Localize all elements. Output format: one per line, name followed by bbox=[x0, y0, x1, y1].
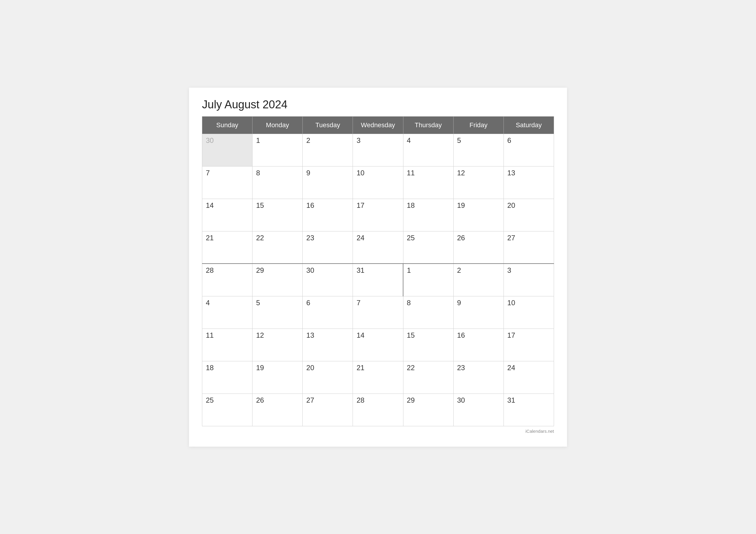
calendar-day: 8 bbox=[403, 296, 453, 329]
header-saturday: Saturday bbox=[503, 116, 554, 134]
calendar-week-row: 14151617181920 bbox=[202, 199, 554, 231]
calendar-day: 27 bbox=[303, 393, 353, 426]
calendar-day: 28 bbox=[202, 264, 253, 296]
calendar-day: 18 bbox=[202, 361, 253, 393]
calendar-week-row: 78910111213 bbox=[202, 166, 554, 199]
calendar-title: July August 2024 bbox=[202, 98, 554, 111]
calendar-day: 12 bbox=[453, 166, 503, 199]
header-friday: Friday bbox=[453, 116, 503, 134]
calendar-day: 20 bbox=[503, 199, 554, 231]
calendar-day: 1 bbox=[403, 264, 453, 296]
calendar-day: 22 bbox=[403, 361, 453, 393]
calendar-day: 13 bbox=[503, 166, 554, 199]
calendar-day: 29 bbox=[253, 264, 303, 296]
calendar-day: 28 bbox=[353, 393, 403, 426]
calendar-day: 3 bbox=[503, 264, 554, 296]
calendar-day: 14 bbox=[202, 199, 253, 231]
calendar-day: 21 bbox=[353, 361, 403, 393]
calendar-table: SundayMondayTuesdayWednesdayThursdayFrid… bbox=[202, 116, 554, 426]
calendar-day: 25 bbox=[403, 231, 453, 264]
calendar-day: 19 bbox=[253, 361, 303, 393]
calendar-day: 2 bbox=[453, 264, 503, 296]
calendar-day: 1 bbox=[253, 134, 303, 166]
calendar-day: 5 bbox=[453, 134, 503, 166]
calendar-day: 10 bbox=[353, 166, 403, 199]
calendar-day: 21 bbox=[202, 231, 253, 264]
calendar-day: 24 bbox=[503, 361, 554, 393]
calendar-day: 4 bbox=[403, 134, 453, 166]
calendar-day: 26 bbox=[253, 393, 303, 426]
calendar-week-row: 30123456 bbox=[202, 134, 554, 166]
calendar-day: 7 bbox=[353, 296, 403, 329]
calendar-day: 9 bbox=[303, 166, 353, 199]
calendar-container: July August 2024 SundayMondayTuesdayWedn… bbox=[189, 88, 567, 447]
calendar-day: 17 bbox=[353, 199, 403, 231]
calendar-day: 6 bbox=[503, 134, 554, 166]
calendar-day: 8 bbox=[253, 166, 303, 199]
calendar-day: 17 bbox=[503, 329, 554, 361]
calendar-day: 14 bbox=[353, 329, 403, 361]
calendar-week-row: 21222324252627 bbox=[202, 231, 554, 264]
calendar-day: 16 bbox=[303, 199, 353, 231]
days-header-row: SundayMondayTuesdayWednesdayThursdayFrid… bbox=[202, 116, 554, 134]
calendar-day: 15 bbox=[253, 199, 303, 231]
calendar-day: 18 bbox=[403, 199, 453, 231]
header-sunday: Sunday bbox=[202, 116, 253, 134]
calendar-day: 13 bbox=[303, 329, 353, 361]
calendar-day: 30 bbox=[453, 393, 503, 426]
header-tuesday: Tuesday bbox=[303, 116, 353, 134]
calendar-day: 23 bbox=[453, 361, 503, 393]
calendar-day: 25 bbox=[202, 393, 253, 426]
calendar-day: 7 bbox=[202, 166, 253, 199]
calendar-day: 6 bbox=[303, 296, 353, 329]
calendar-week-row: 11121314151617 bbox=[202, 329, 554, 361]
calendar-day: 15 bbox=[403, 329, 453, 361]
calendar-week-row: 28293031123 bbox=[202, 264, 554, 296]
calendar-day: 11 bbox=[202, 329, 253, 361]
calendar-day: 2 bbox=[303, 134, 353, 166]
header-monday: Monday bbox=[253, 116, 303, 134]
calendar-day: 12 bbox=[253, 329, 303, 361]
calendar-day: 24 bbox=[353, 231, 403, 264]
calendar-week-row: 25262728293031 bbox=[202, 393, 554, 426]
calendar-day: 20 bbox=[303, 361, 353, 393]
calendar-day: 10 bbox=[503, 296, 554, 329]
header-thursday: Thursday bbox=[403, 116, 453, 134]
calendar-footer: iCalendars.net bbox=[202, 429, 554, 434]
calendar-day: 19 bbox=[453, 199, 503, 231]
calendar-day: 30 bbox=[202, 134, 253, 166]
calendar-body: 3012345678910111213141516171819202122232… bbox=[202, 134, 554, 426]
calendar-day: 16 bbox=[453, 329, 503, 361]
calendar-week-row: 18192021222324 bbox=[202, 361, 554, 393]
calendar-day: 22 bbox=[253, 231, 303, 264]
calendar-day: 11 bbox=[403, 166, 453, 199]
calendar-day: 4 bbox=[202, 296, 253, 329]
calendar-day: 3 bbox=[353, 134, 403, 166]
calendar-day: 23 bbox=[303, 231, 353, 264]
calendar-day: 9 bbox=[453, 296, 503, 329]
calendar-day: 27 bbox=[503, 231, 554, 264]
calendar-day: 26 bbox=[453, 231, 503, 264]
header-wednesday: Wednesday bbox=[353, 116, 403, 134]
calendar-day: 29 bbox=[403, 393, 453, 426]
calendar-day: 5 bbox=[253, 296, 303, 329]
calendar-day: 31 bbox=[503, 393, 554, 426]
calendar-day: 31 bbox=[353, 264, 403, 296]
calendar-day: 30 bbox=[303, 264, 353, 296]
calendar-week-row: 45678910 bbox=[202, 296, 554, 329]
